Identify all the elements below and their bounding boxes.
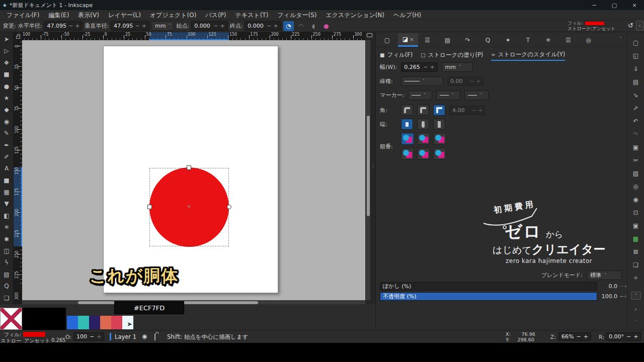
layer-visibility-icon[interactable]: ◉ [142, 333, 147, 340]
join-miter-button[interactable] [433, 105, 445, 116]
tab-export[interactable]: ◎ [579, 33, 599, 47]
order-stroke-fill-markers[interactable] [433, 133, 446, 145]
spray-tool[interactable]: ✱ [1, 234, 13, 245]
dropper-tool[interactable]: ▼ [1, 198, 13, 209]
tab-layers[interactable]: ☰ [418, 33, 438, 47]
width-spinbox[interactable]: 0.265 − + [401, 62, 437, 72]
save-icon[interactable]: ⇓ [630, 62, 641, 75]
rectangle-tool[interactable]: ■ [1, 69, 13, 80]
cap-round-button[interactable] [417, 119, 429, 130]
snap-icon[interactable]: ✧ [630, 272, 641, 285]
minimize-button[interactable]: − [589, 2, 600, 9]
star-tool[interactable]: ★ [1, 93, 13, 104]
layer-indicator[interactable]: Layer 1 [115, 333, 136, 340]
blend-mode-select[interactable]: 標準 ˅ [587, 270, 622, 280]
layer-lock-icon[interactable] [154, 334, 155, 340]
tab-fill-stroke[interactable]: ◪ × [398, 33, 418, 47]
reset-icon[interactable]: ↺ [628, 22, 633, 29]
marker-start-select[interactable]: ˅ [408, 90, 432, 100]
make-whole-ellipse-button[interactable]: ● [321, 21, 332, 31]
start-plus-button[interactable]: + [220, 23, 224, 29]
opacity-slider[interactable]: 不透明度 (%) [380, 292, 597, 301]
left-handle[interactable] [147, 205, 152, 209]
end-plus-button[interactable]: + [274, 23, 278, 29]
copy-icon[interactable]: ▣ [630, 141, 641, 154]
zoom-page-icon[interactable]: ⊡ [630, 206, 641, 219]
measure-tool[interactable]: ▤ [1, 269, 13, 280]
dash-offset-plus-button[interactable]: + [476, 78, 480, 84]
menu-item[interactable]: レイヤー(L) [104, 10, 145, 20]
end-minus-button[interactable]: − [267, 23, 271, 29]
vertical-scrollbar-thumb[interactable] [367, 116, 370, 216]
black-swatch-2[interactable] [44, 308, 66, 330]
export-icon[interactable]: ⇗ [630, 102, 641, 115]
tab-extensions[interactable]: ✳ [539, 33, 559, 47]
zoom-in-button[interactable]: + [584, 333, 588, 340]
order-fill-stroke-markers[interactable] [401, 133, 414, 145]
cap-butt-button[interactable] [401, 119, 413, 130]
marker-end-select[interactable]: ˅ [464, 90, 489, 100]
zoom-drawing-icon[interactable]: ◉ [630, 193, 641, 206]
tab-history[interactable]: ↷ [458, 33, 478, 47]
chord-mode-button[interactable]: ◖ [308, 21, 319, 31]
dock-scroll-down-icon[interactable]: ˅ [634, 319, 637, 326]
import-icon[interactable]: ⇘ [630, 88, 641, 102]
dash-pattern-select[interactable]: ˅ [401, 76, 443, 86]
zoom-tool[interactable]: Q [1, 281, 13, 292]
collapse-toolbar-button[interactable]: ‹ [636, 21, 643, 31]
rx-minus-button[interactable]: − [68, 23, 73, 29]
start-minus-button[interactable]: − [213, 23, 218, 29]
ry-spinbox[interactable]: 47.095 − + [111, 21, 149, 31]
tweak-tool[interactable]: ✳ [1, 222, 13, 233]
menu-item[interactable]: ファイル(F) [2, 10, 44, 20]
menu-item[interactable]: テキスト(T) [231, 10, 273, 20]
ruler-corner[interactable] [14, 32, 22, 40]
join-round-button[interactable] [401, 105, 413, 116]
miter-plus-button[interactable]: + [478, 107, 482, 114]
close-tab-icon[interactable]: × [410, 37, 414, 42]
new-document-icon[interactable]: ▢ [630, 36, 641, 49]
width-unit-select[interactable]: mm ˅ [442, 62, 473, 72]
ry-minus-button[interactable]: − [135, 23, 140, 29]
subtab-stroke-paint[interactable]: □ストロークの塗り(P) [421, 51, 483, 60]
dash-offset-minus-button[interactable]: − [469, 78, 474, 84]
text-tool[interactable]: A [1, 163, 13, 174]
ellipse-tool[interactable]: ● [1, 81, 13, 92]
menu-item[interactable]: フィルター(S) [273, 10, 321, 20]
maximize-button[interactable]: ▢ [609, 2, 620, 9]
tab-text[interactable]: T [519, 33, 539, 47]
zoom-out-button[interactable]: − [576, 333, 581, 340]
vertical-ruler[interactable]: 0255075100125150175200225250275300 [14, 40, 22, 300]
rx-spinbox[interactable]: 47.095 − + [44, 21, 83, 31]
rx-plus-button[interactable]: + [75, 23, 79, 29]
pen-tool[interactable]: ✒ [1, 140, 13, 151]
menu-item[interactable]: パス(P) [201, 10, 230, 20]
horizontal-ruler[interactable]: -100-75-50-25025507510012515017520022525… [22, 32, 365, 40]
unit-select[interactable]: mm ˅ [151, 21, 174, 31]
black-swatch[interactable] [22, 308, 44, 330]
duplicate-icon[interactable]: ▣ [630, 219, 641, 232]
miter-limit-spinbox[interactable]: 4.00 − + [449, 106, 486, 115]
spiral-tool[interactable]: ◉ [1, 116, 13, 127]
tab-objects[interactable]: ▤ [438, 33, 458, 47]
zoom-spinbox[interactable]: 66% − + [558, 332, 591, 341]
node-tool[interactable]: ▷ [1, 45, 13, 56]
mesh-gradient-tool[interactable]: ▦ [1, 187, 13, 198]
rotation-spinbox[interactable]: 0.00° − + [606, 332, 641, 341]
tab-find[interactable]: Q [478, 33, 499, 47]
lock-guides-icon[interactable] [16, 36, 20, 39]
subtab-stroke-style[interactable]: ≈ストロークのスタイル(Y) [491, 51, 565, 61]
menu-item[interactable]: ヘルプ(H) [389, 10, 426, 20]
open-icon[interactable]: ◱ [630, 49, 641, 62]
pencil-tool[interactable]: ✎ [1, 128, 13, 139]
canvas[interactable]: ✕ これが胴体 [22, 40, 365, 300]
opacity-dec-button[interactable]: − [90, 333, 94, 340]
more-tabs-icon[interactable]: ˅ [620, 36, 622, 41]
object-opacity-spinbox[interactable]: 100 − + [73, 332, 104, 341]
print-icon[interactable]: ▤ [630, 75, 641, 88]
close-button[interactable]: × [629, 2, 640, 9]
marker-mid-select[interactable]: ˅ [436, 90, 460, 100]
end-spinbox[interactable]: 0.000 − + [245, 21, 281, 31]
join-bevel-button[interactable] [417, 105, 429, 116]
rotate-cw-button[interactable]: + [633, 333, 638, 340]
